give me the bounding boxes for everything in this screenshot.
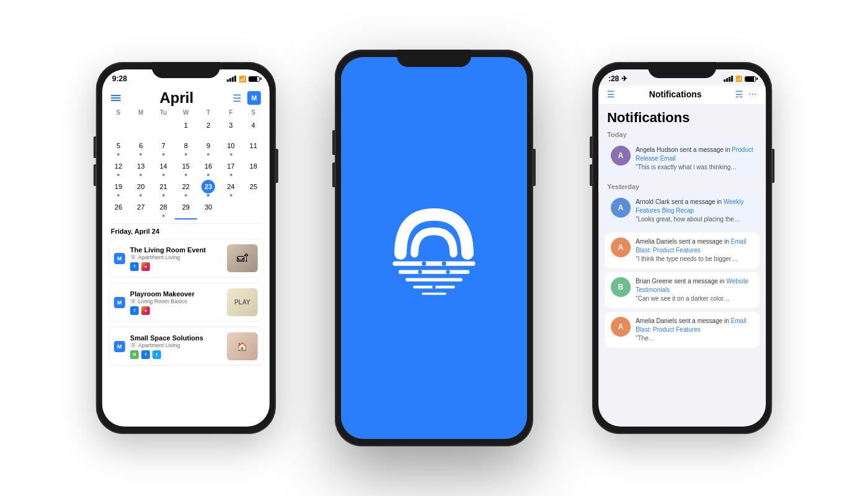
cal-day-23-selected[interactable]: 23 (197, 179, 219, 198)
cal-day-18[interactable]: 18 (242, 158, 265, 177)
twitter-badge: t (153, 350, 161, 359)
cal-day-empty (152, 117, 174, 136)
event-card-playroom[interactable]: M Playroom Makeover ☰ Living Room Basics… (108, 283, 264, 322)
notif-sender-amelia: Amelia Daniels sent a message in (636, 238, 730, 245)
event-m-icon-2: M (114, 297, 125, 308)
event-title-small-space: Small Space Solutions (130, 334, 222, 342)
cal-day-12[interactable]: 12 (107, 158, 130, 177)
cal-day-14[interactable]: 14 (152, 158, 174, 177)
notif-menu-icon[interactable]: ☰ (607, 89, 615, 99)
svg-point-9 (432, 285, 435, 288)
event-title-living-room: The Living Room Event (130, 246, 222, 254)
wifi-icon-right: 📶 (735, 76, 742, 82)
cal-day-4[interactable]: 4 (242, 117, 265, 136)
notch-center (397, 50, 471, 67)
cal-day-20[interactable]: 20 (130, 179, 152, 198)
avatar-amelia: A (611, 237, 631, 257)
notif-card-brian[interactable]: B Brian Greene sent a message in Website… (604, 272, 760, 308)
cal-day-7[interactable]: 7 (152, 138, 174, 157)
vol-down-center[interactable] (332, 162, 335, 187)
event-thumb-small-space: 🏠 (227, 332, 258, 360)
menu-icon[interactable] (111, 95, 121, 101)
cal-day-15[interactable]: 15 (175, 158, 197, 177)
event-info-living-room: The Living Room Event ☰ Apartment Living… (130, 246, 222, 271)
instagram-badge-2: ● (141, 306, 150, 315)
battery-icon-right (745, 76, 756, 82)
cal-day-19[interactable]: 19 (107, 179, 130, 198)
facebook-badge-2: f (130, 306, 139, 315)
cal-day-17[interactable]: 17 (219, 158, 242, 177)
notif-content-angela: Angela Hudson sent a message in Product … (636, 146, 753, 172)
vol-up-center[interactable] (332, 130, 335, 155)
cal-day-5[interactable]: 5 (107, 138, 130, 157)
notif-section-yesterday: Yesterday (598, 180, 766, 193)
mailchimp-icon[interactable]: M (247, 91, 261, 105)
phones-container: 9:28 📶 April ☰ (93, 16, 775, 480)
cal-day-2[interactable]: 2 (197, 117, 219, 136)
power-right[interactable] (772, 149, 774, 183)
cal-day-1[interactable]: 1 (175, 117, 197, 136)
battery-icon (249, 76, 260, 82)
cal-day-25[interactable]: 25 (242, 179, 265, 198)
cal-day-22[interactable]: 22 (175, 179, 197, 198)
notif-card-amelia2[interactable]: A Amelia Daniels sent a message in Email… (604, 312, 760, 348)
cal-day-24[interactable]: 24 (219, 179, 242, 198)
notif-more-icon[interactable]: ⋯ (748, 89, 757, 99)
notif-card-angela[interactable]: A Angela Hudson sent a message in Produc… (604, 141, 760, 177)
phone-center (335, 50, 533, 446)
avatar-angela: A (611, 146, 631, 166)
cal-day-16[interactable]: 16 (197, 158, 219, 177)
cal-day-3[interactable]: 3 (219, 117, 242, 136)
notif-sender-brian: Brian Greene sent a message in (636, 278, 726, 285)
calendar-action-icons: ☰ M (232, 91, 261, 105)
cal-day-21[interactable]: 21 (152, 179, 174, 198)
cal-day-10[interactable]: 10 (219, 138, 242, 157)
cal-day-11[interactable]: 11 (242, 138, 265, 157)
event-card-living-room[interactable]: M The Living Room Event ☰ Apartment Livi… (108, 239, 264, 278)
notif-quote-angela: "This is exactly what i was thinking… (636, 163, 753, 172)
vol-up-button[interactable] (94, 136, 96, 158)
cal-day-13[interactable]: 13 (130, 158, 152, 177)
event-card-small-space[interactable]: M Small Space Solutions ☰ Apartment Livi… (108, 327, 264, 366)
cal-day-26[interactable]: 26 (107, 199, 130, 219)
cal-day-9[interactable]: 9 (197, 138, 219, 157)
sub-icon: ☰ (130, 254, 136, 260)
notif-action-icons: ☴ ⋯ (735, 89, 757, 99)
friday-label: Friday, April 24 (102, 226, 270, 239)
vol-down-button[interactable] (94, 164, 96, 186)
power-button[interactable] (276, 149, 278, 183)
cal-day-30[interactable]: 30 (197, 199, 219, 219)
power-center[interactable] (533, 149, 536, 186)
instagram-badge: ● (141, 262, 150, 271)
cal-day-8[interactable]: 8 (175, 138, 197, 157)
notif-card-amelia[interactable]: A Amelia Daniels sent a message in Email… (604, 232, 760, 268)
event-subtitle-small-space: ☰ Apartment Living (130, 342, 222, 348)
notif-sender-amelia2: Amelia Daniels sent a message in (636, 317, 730, 324)
notif-text-arnold: Arnold Clark sent a message in Weekly Fe… (636, 198, 753, 215)
cal-day-empty (107, 117, 130, 136)
sub-icon-3: ☰ (130, 342, 136, 348)
avatar-brian: B (611, 277, 631, 297)
notif-sender-arnold: Arnold Clark sent a message in (636, 198, 724, 205)
notif-card-arnold[interactable]: A Arnold Clark sent a message in Weekly … (604, 193, 760, 229)
cal-day-27[interactable]: 27 (130, 199, 152, 219)
wifi-icon: 📶 (239, 76, 246, 82)
notif-filter-icon[interactable]: ☴ (735, 89, 743, 99)
notch-right (648, 62, 716, 78)
filter-icon[interactable]: ☰ (232, 92, 241, 104)
cal-day-29[interactable]: 29 (175, 199, 197, 219)
notif-quote-brian: "Can we see it on a darker color… (636, 294, 753, 303)
cal-day-28[interactable]: 28 (152, 199, 174, 219)
vol-down-right[interactable] (590, 164, 592, 186)
status-time-right: :28 ✈ (608, 74, 627, 83)
vol-up-right[interactable] (590, 136, 592, 158)
svg-point-4 (442, 262, 446, 266)
svg-point-3 (422, 262, 426, 266)
phone-right: :28 ✈ 📶 ☰ Notifications ☴ ⋯ (592, 62, 772, 434)
left-phone-screen: 9:28 📶 April ☰ (102, 69, 270, 427)
cal-day-6[interactable]: 6 (130, 138, 152, 157)
event-info-small-space: Small Space Solutions ☰ Apartment Living… (130, 334, 222, 359)
event-info-playroom: Playroom Makeover ☰ Living Room Basics f… (130, 290, 222, 315)
center-phone-screen (341, 57, 527, 439)
notch-left (152, 62, 220, 78)
